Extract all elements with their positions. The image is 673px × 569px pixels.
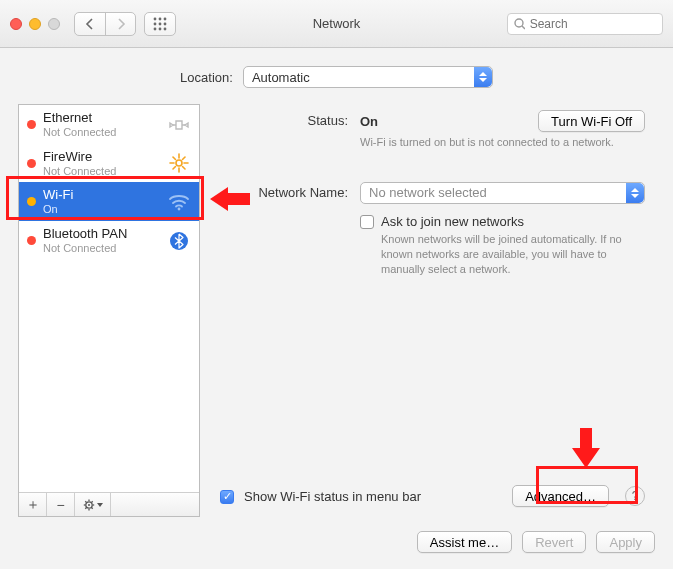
sidebar-item-bluetooth-pan[interactable]: Bluetooth PAN Not Connected [19,221,199,260]
svg-line-28 [85,501,86,502]
location-select[interactable]: Automatic [243,66,493,88]
search-input[interactable] [530,17,656,31]
svg-line-30 [91,501,92,502]
svg-point-11 [176,160,182,166]
forward-button[interactable] [105,13,135,35]
svg-point-23 [88,504,90,506]
service-name: Ethernet [43,111,116,126]
status-dot-icon [27,197,36,206]
minimize-window-icon[interactable] [29,18,41,30]
gear-dropdown-icon [83,498,103,512]
ask-to-join-hint: Known networks will be joined automatica… [381,232,645,277]
dialog-button-row: Assist me… Revert Apply [18,531,655,553]
service-status: Not Connected [43,242,127,255]
location-value: Automatic [252,70,310,85]
status-value: On [360,114,378,129]
network-name-value: No network selected [369,185,487,200]
close-window-icon[interactable] [10,18,22,30]
help-button[interactable]: ? [625,486,645,506]
sidebar-item-firewire[interactable]: FireWire Not Connected [19,144,199,183]
show-menubar-checkbox[interactable] [220,490,234,504]
zoom-window-icon[interactable] [48,18,60,30]
svg-point-3 [154,22,157,25]
action-menu-button[interactable] [75,493,111,516]
service-name: Wi-Fi [43,188,73,203]
show-menubar-label: Show Wi-Fi status in menu bar [244,489,421,504]
detail-pane: Status: On Turn Wi-Fi Off Wi-Fi is turne… [214,104,655,517]
bluetooth-icon [167,231,191,251]
add-service-button[interactable]: ＋ [19,493,47,516]
location-row: Location: Automatic [18,66,655,88]
window-traffic-lights [10,18,60,30]
sidebar-footer: ＋ − [19,492,199,516]
revert-button[interactable]: Revert [522,531,586,553]
ask-to-join-checkbox[interactable] [360,215,374,229]
svg-line-19 [173,167,176,170]
service-name: FireWire [43,150,116,165]
svg-point-7 [159,27,162,30]
svg-point-6 [154,27,157,30]
firewire-icon [167,153,191,173]
assist-me-button[interactable]: Assist me… [417,531,512,553]
service-status: Not Connected [43,126,116,139]
network-name-select[interactable]: No network selected [360,182,645,204]
stepper-icon [474,67,492,87]
svg-line-10 [522,26,525,29]
service-status: On [43,203,73,216]
svg-line-31 [85,507,86,508]
services-list: Ethernet Not Connected FireWire Not Conn… [19,105,199,492]
svg-point-8 [164,27,167,30]
sidebar-item-ethernet[interactable]: Ethernet Not Connected [19,105,199,144]
svg-point-9 [515,19,523,27]
content-area: Location: Automatic Ethernet Not Connect… [0,48,673,569]
titlebar: Network [0,0,673,48]
status-label: Status: [220,110,348,150]
status-dot-icon [27,120,36,129]
svg-line-18 [183,157,186,160]
svg-point-4 [159,22,162,25]
svg-point-1 [159,17,162,20]
service-name: Bluetooth PAN [43,227,127,242]
apply-button[interactable]: Apply [596,531,655,553]
status-dot-icon [27,236,36,245]
search-icon [514,18,525,30]
svg-line-29 [91,507,92,508]
ethernet-icon [167,115,191,135]
grid-icon [153,17,167,31]
services-sidebar: Ethernet Not Connected FireWire Not Conn… [18,104,200,517]
toggle-wifi-button[interactable]: Turn Wi-Fi Off [538,110,645,132]
service-status: Not Connected [43,165,116,178]
wifi-icon [167,193,191,211]
search-field[interactable] [507,13,663,35]
ask-to-join-label: Ask to join new networks [381,214,524,229]
show-all-prefs-button[interactable] [144,12,176,36]
status-dot-icon [27,159,36,168]
location-label: Location: [180,70,233,85]
minus-icon: − [56,497,64,513]
back-button[interactable] [75,13,105,35]
remove-service-button[interactable]: − [47,493,75,516]
svg-point-0 [154,17,157,20]
svg-point-2 [164,17,167,20]
chevron-right-icon [116,18,126,30]
sidebar-item-wifi[interactable]: Wi-Fi On [19,182,199,221]
nav-back-forward [74,12,136,36]
svg-point-5 [164,22,167,25]
chevron-left-icon [85,18,95,30]
svg-line-17 [183,167,186,170]
network-name-label: Network Name: [220,182,348,204]
advanced-button[interactable]: Advanced… [512,485,609,507]
status-hint: Wi-Fi is turned on but is not connected … [360,135,645,150]
plus-icon: ＋ [26,496,40,514]
svg-line-16 [173,157,176,160]
svg-point-20 [178,208,181,211]
stepper-icon [626,183,644,203]
